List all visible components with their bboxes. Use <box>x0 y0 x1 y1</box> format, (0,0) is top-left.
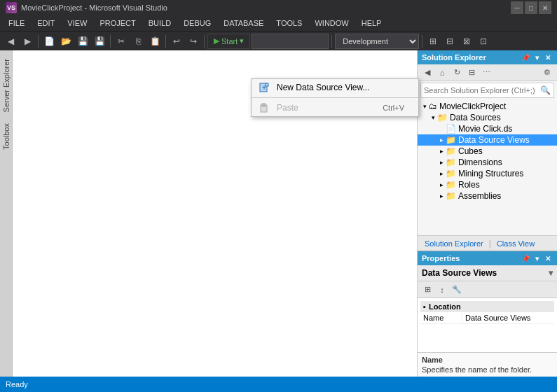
main-area: Server Explorer Toolbox New Data Source … <box>0 50 557 377</box>
se-chevron-btn[interactable]: ▾ <box>532 52 542 62</box>
context-menu: New Data Source View... Paste Ctrl+V <box>251 78 419 117</box>
close-button[interactable]: ✕ <box>539 1 551 14</box>
props-alphabetic-btn[interactable]: ↕ <box>435 283 449 297</box>
svg-rect-2 <box>266 83 268 86</box>
tree-arrow-cubes: ▸ <box>437 148 446 155</box>
se-refresh-btn[interactable]: ↻ <box>450 66 464 80</box>
undo-button[interactable]: ↩ <box>169 34 184 49</box>
props-pin-btn[interactable]: 📌 <box>521 253 530 263</box>
copy-button[interactable]: ⎘ <box>130 34 146 49</box>
se-settings-btn[interactable]: ⚙ <box>540 66 554 80</box>
props-categorized-btn[interactable]: ⊞ <box>420 283 434 297</box>
tree-movieclick-label: Movie Click.ds <box>458 124 512 134</box>
se-toolbar: ◀ ⌂ ↻ ⊟ ⋯ ⚙ <box>418 64 557 81</box>
se-title: Solution Explorer <box>422 53 486 62</box>
se-footer-cv-tab[interactable]: Class View <box>494 239 537 248</box>
start-label: Start <box>221 37 238 46</box>
menu-tools[interactable]: TOOLS <box>270 15 308 31</box>
ctx-paste[interactable]: Paste Ctrl+V <box>252 99 418 116</box>
props-location-header[interactable]: ▪ Location <box>420 301 554 312</box>
props-close-btn[interactable]: ✕ <box>543 253 553 263</box>
se-collapse-btn[interactable]: ⊟ <box>465 66 479 80</box>
se-search-input[interactable] <box>424 86 537 94</box>
tree-project-label: MovieClickProject <box>439 102 506 111</box>
debug-target-combo[interactable] <box>252 34 329 49</box>
se-close-btn[interactable]: ✕ <box>543 52 553 62</box>
props-desc-title: Name <box>422 356 553 364</box>
redo-button[interactable]: ↪ <box>186 34 201 49</box>
se-footer-se-tab[interactable]: Solution Explorer <box>422 239 486 248</box>
title-text: MovieClickProject - Microsoft Visual Stu… <box>21 4 167 12</box>
start-button[interactable]: ▶ Start ▾ <box>207 34 250 49</box>
props-location-section: ▪ Location Name Data Source Views <box>420 301 554 324</box>
save-all-button[interactable]: 💾 <box>92 34 107 49</box>
paste-button[interactable]: 📋 <box>147 34 163 49</box>
toolbar-sep-6 <box>422 35 422 48</box>
se-back-btn[interactable]: ◀ <box>420 66 434 80</box>
tree-project[interactable]: ▾ 🗂 MovieClickProject <box>418 101 557 112</box>
menu-view[interactable]: VIEW <box>62 15 92 31</box>
minimize-button[interactable]: ─ <box>511 1 523 14</box>
toolbar-sep-1 <box>38 35 39 48</box>
layout-btn-4[interactable]: ⊡ <box>476 34 491 49</box>
menu-file[interactable]: FILE <box>3 15 30 31</box>
ctx-new-dsv-label: New Data Source View... <box>277 83 370 92</box>
layout-btn-3[interactable]: ⊠ <box>459 34 474 49</box>
folder-icon-min: 📁 <box>446 169 456 178</box>
back-button[interactable]: ◀ <box>3 34 18 49</box>
se-pin-btn[interactable]: 📌 <box>521 52 530 62</box>
props-header: Properties 📌 ▾ ✕ <box>418 251 557 265</box>
new-file-button[interactable]: 📄 <box>41 34 57 49</box>
tree-roles[interactable]: ▸ 📁 Roles <box>418 179 557 190</box>
se-home-btn[interactable]: ⌂ <box>435 66 449 80</box>
status-text: Ready <box>6 380 28 388</box>
maximize-button[interactable]: □ <box>525 1 537 14</box>
tree-dimensions[interactable]: ▸ 📁 Dimensions <box>418 157 557 168</box>
menu-help[interactable]: HELP <box>356 15 387 31</box>
tree-cubes[interactable]: ▸ 📁 Cubes <box>418 146 557 157</box>
tree-movieclickds[interactable]: 📄 Movie Click.ds <box>418 123 557 134</box>
props-desc-text: Specifies the name of the folder. <box>422 365 553 374</box>
props-object-name: Data Source Views <box>422 268 497 278</box>
menu-window[interactable]: WINDOW <box>309 15 354 31</box>
toolbar-sep-3 <box>165 35 166 48</box>
ctx-new-datasource-view[interactable]: New Data Source View... <box>252 79 418 96</box>
server-explorer-tab[interactable]: Server Explorer <box>1 53 12 118</box>
layout-btn-1[interactable]: ⊞ <box>425 34 441 49</box>
props-chevron-btn[interactable]: ▾ <box>532 253 542 263</box>
ctx-paste-shortcut: Ctrl+V <box>383 104 404 112</box>
folder-icon-dsv: 📁 <box>446 135 456 145</box>
se-search-box[interactable]: 🔍 <box>420 83 554 98</box>
forward-button[interactable]: ▶ <box>20 34 35 49</box>
start-dropdown-icon: ▾ <box>240 36 244 46</box>
menu-database[interactable]: DATABASE <box>218 15 269 31</box>
tree-mining[interactable]: ▸ 📁 Mining Structures <box>418 168 557 179</box>
tree-dsv[interactable]: ▸ 📁 Data Source Views <box>418 134 557 146</box>
vs-logo: VS <box>6 2 17 13</box>
ctx-paste-label: Paste <box>277 103 298 113</box>
tree-arrow-dsv: ▸ <box>437 136 446 144</box>
folder-icon-ass: 📁 <box>446 191 456 201</box>
tree-arrow-ds: ▾ <box>429 114 437 121</box>
title-bar-controls[interactable]: ─ □ ✕ <box>511 1 551 14</box>
props-name-row: Name Data Source Views <box>420 312 554 324</box>
props-title: Properties <box>422 254 460 262</box>
se-footer: Solution Explorer | Class View <box>418 235 557 251</box>
toolbox-tab[interactable]: Toolbox <box>1 118 12 155</box>
menu-project[interactable]: PROJECT <box>94 15 141 31</box>
cut-button[interactable]: ✂ <box>114 34 129 49</box>
props-location-label: Location <box>429 302 461 311</box>
open-button[interactable]: 📂 <box>58 34 74 49</box>
menu-debug[interactable]: DEBUG <box>178 15 216 31</box>
layout-btn-2[interactable]: ⊟ <box>442 34 458 49</box>
configuration-dropdown[interactable]: Development <box>335 34 419 49</box>
tree-arrow-ass: ▸ <box>437 192 446 200</box>
save-button[interactable]: 💾 <box>75 34 90 49</box>
props-proppage-btn[interactable]: 🔧 <box>450 283 464 297</box>
tree-datasources[interactable]: ▾ 📁 Data Sources <box>418 112 557 123</box>
tree-assemblies[interactable]: ▸ 📁 Assemblies <box>418 190 557 202</box>
se-pending-btn[interactable]: ⋯ <box>479 66 493 80</box>
menu-edit[interactable]: EDIT <box>32 15 60 31</box>
props-description: Name Specifies the name of the folder. <box>418 352 557 377</box>
menu-build[interactable]: BUILD <box>143 15 177 31</box>
